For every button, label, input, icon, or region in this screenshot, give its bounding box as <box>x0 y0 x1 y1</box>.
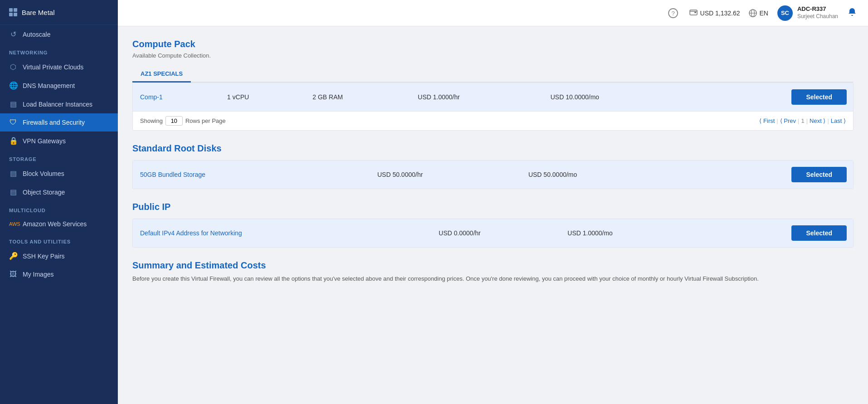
sidebar-item-label: Virtual Private Clouds <box>23 63 83 71</box>
sidebar-item-label: Block Volumes <box>23 170 64 177</box>
prev-page-link[interactable]: ⟨ Prev <box>780 117 796 124</box>
dns-icon: 🌐 <box>9 81 17 90</box>
summary-text: Before you create this Virtual Firewall,… <box>132 274 853 284</box>
compute-pack-section: Compute Pack Available Compute Collectio… <box>132 39 853 131</box>
compute-pack-table: Comp-1 1 vCPU 2 GB RAM USD 1.0000/hr USD… <box>132 83 853 131</box>
sidebar-item-dns[interactable]: 🌐 DNS Management <box>0 76 118 95</box>
sidebar-item-label: Load Balancer Instances <box>23 101 92 108</box>
language-selector[interactable]: EN <box>749 9 768 17</box>
wallet-icon <box>689 8 698 18</box>
user-name: ADC-R337 <box>797 5 838 13</box>
sidebar-item-ssh-keys[interactable]: 🔑 SSH Key Pairs <box>0 247 118 265</box>
page-content: Compute Pack Available Compute Collectio… <box>118 26 868 404</box>
compute-pagination: Showing Rows per Page ⟨ First | ⟨ Prev |… <box>133 111 853 130</box>
support-icon[interactable]: ? <box>666 6 680 20</box>
sidebar-item-label: VPN Gateways <box>23 137 66 145</box>
disk-empty-cell <box>334 161 370 189</box>
bare-metal-icon <box>9 8 17 16</box>
block-volumes-icon: ▤ <box>9 169 17 178</box>
sidebar-item-my-images[interactable]: 🖼 My Images <box>0 265 118 283</box>
vpc-icon: ⬡ <box>9 63 17 71</box>
pagination-nav: ⟨ First | ⟨ Prev | 1 | Next ⟩ | Last ⟩ <box>759 117 846 124</box>
ip-price-hr-cell: USD 0.0000/hr <box>432 219 560 247</box>
language-label: EN <box>759 10 768 17</box>
ip-selected-button[interactable]: Selected <box>791 225 847 241</box>
sidebar-item-aws[interactable]: AWS Amazon Web Services <box>0 215 118 233</box>
object-storage-icon: ▤ <box>9 188 17 196</box>
disk-price-hr-cell: USD 50.0000/hr <box>370 161 521 189</box>
vpn-icon: 🔒 <box>9 136 17 145</box>
user-info: ADC-R337 Surjeet Chauhan <box>797 5 838 20</box>
images-icon: 🖼 <box>9 270 17 278</box>
svg-text:?: ? <box>671 10 674 17</box>
rows-per-page-label: Rows per Page <box>185 117 226 124</box>
rows-per-page-input[interactable] <box>165 116 183 126</box>
last-page-link[interactable]: Last ⟩ <box>831 117 846 124</box>
sidebar-item-object-storage[interactable]: ▤ Object Storage <box>0 183 118 201</box>
autoscale-icon: ↺ <box>9 30 17 39</box>
main-area: ? USD 1,132.62 EN SC ADC <box>118 0 868 404</box>
ip-empty-cell <box>398 219 432 247</box>
compute-pack-subtitle: Available Compute Collection. <box>132 52 853 59</box>
ssh-key-icon: 🔑 <box>9 252 17 260</box>
sidebar-section-storage: STORAGE <box>0 150 118 164</box>
root-disks-table: 50GB Bundled Storage USD 50.0000/hr USD … <box>132 160 853 189</box>
root-disks-title: Standard Root Disks <box>132 143 853 154</box>
sidebar-section-tools: TOOLS AND UTILITIES <box>0 233 118 247</box>
sidebar-item-label: My Images <box>23 271 53 278</box>
sidebar-item-label: Object Storage <box>23 189 65 196</box>
aws-icon: AWS <box>9 221 17 227</box>
sidebar-item-vpn[interactable]: 🔒 VPN Gateways <box>0 131 118 150</box>
sidebar-item-label: Firewalls and Security <box>23 119 85 126</box>
sidebar-item-block-volumes[interactable]: ▤ Block Volumes <box>0 164 118 183</box>
disk-selected-cell: Selected <box>680 161 853 189</box>
notification-bell-icon[interactable] <box>847 7 857 19</box>
ip-name-cell[interactable]: Default IPv4 Address for Networking <box>133 219 398 247</box>
sidebar-item-vpc[interactable]: ⬡ Virtual Private Clouds <box>0 58 118 76</box>
sidebar: Bare Metal ↺ Autoscale NETWORKING ⬡ Virt… <box>0 0 118 404</box>
current-page: 1 <box>801 117 804 124</box>
table-row: Comp-1 1 vCPU 2 GB RAM USD 1.0000/hr USD… <box>133 83 853 111</box>
ip-price-mo-cell: USD 1.0000/mo <box>560 219 696 247</box>
sidebar-item-label: DNS Management <box>23 82 75 89</box>
disk-name-cell[interactable]: 50GB Bundled Storage <box>133 161 334 189</box>
load-balancer-icon: ▤ <box>9 100 17 108</box>
sidebar-item-load-balancer[interactable]: ▤ Load Balancer Instances <box>0 95 118 113</box>
disk-price-mo-cell: USD 50.0000/mo <box>521 161 680 189</box>
table-row: 50GB Bundled Storage USD 50.0000/hr USD … <box>133 161 853 189</box>
compute-selected-button[interactable]: Selected <box>791 89 847 105</box>
compute-name-cell[interactable]: Comp-1 <box>133 83 220 111</box>
sidebar-item-autoscale[interactable]: ↺ Autoscale <box>0 25 118 44</box>
compute-cpu-cell: 1 vCPU <box>220 83 305 111</box>
compute-price-hr-cell: USD 1.0000/hr <box>411 83 543 111</box>
tab-az1-specials[interactable]: AZ1 SPECIALS <box>132 66 191 83</box>
ip-selected-cell: Selected <box>696 219 853 247</box>
compute-price-mo-cell: USD 10.0000/mo <box>543 83 692 111</box>
avatar: SC <box>777 5 793 21</box>
sidebar-logo-label: Bare Metal <box>22 9 55 16</box>
user-subname: Surjeet Chauhan <box>797 13 838 20</box>
standard-root-disks-section: Standard Root Disks 50GB Bundled Storage… <box>132 143 853 189</box>
header: ? USD 1,132.62 EN SC ADC <box>118 0 868 26</box>
public-ip-title: Public IP <box>132 202 853 212</box>
sidebar-item-firewalls[interactable]: 🛡 Firewalls and Security <box>0 113 118 131</box>
balance-value: USD 1,132.62 <box>700 10 740 17</box>
balance-display[interactable]: USD 1,132.62 <box>689 8 740 18</box>
sidebar-item-label: SSH Key Pairs <box>23 253 65 260</box>
compute-ram-cell: 2 GB RAM <box>305 83 411 111</box>
disk-selected-button[interactable]: Selected <box>791 167 847 182</box>
sidebar-logo: Bare Metal <box>0 0 118 25</box>
sidebar-section-multicloud: MULTICLOUD <box>0 201 118 215</box>
svg-rect-3 <box>694 12 696 13</box>
summary-section: Summary and Estimated Costs Before you c… <box>132 260 853 284</box>
sidebar-section-networking: NETWORKING <box>0 44 118 58</box>
next-page-link[interactable]: Next ⟩ <box>810 117 825 124</box>
user-profile[interactable]: SC ADC-R337 Surjeet Chauhan <box>777 5 838 21</box>
sidebar-item-label: Amazon Web Services <box>23 220 87 228</box>
sidebar-item-label: Autoscale <box>23 31 50 38</box>
public-ip-section: Public IP Default IPv4 Address for Netwo… <box>132 202 853 248</box>
pagination-rows-control: Showing Rows per Page <box>140 116 226 126</box>
first-page-link[interactable]: ⟨ First <box>759 117 775 124</box>
showing-label: Showing <box>140 117 163 124</box>
compute-pack-tabs: AZ1 SPECIALS <box>132 66 853 83</box>
